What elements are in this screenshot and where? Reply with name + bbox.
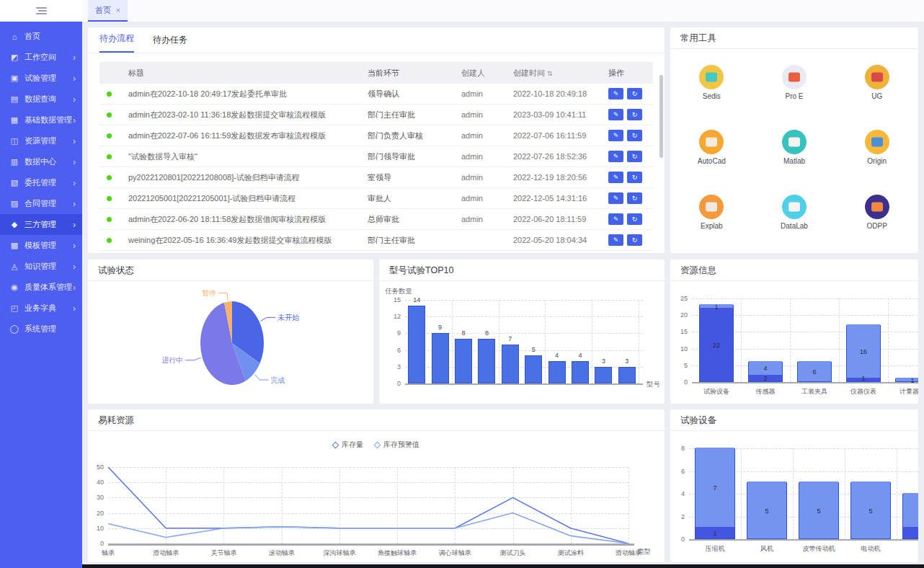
sidebar-item-business-dict[interactable]: ◰业务字典› xyxy=(0,298,82,319)
close-icon[interactable]: × xyxy=(116,6,120,14)
tool-item-ug[interactable]: UG xyxy=(835,65,918,130)
flow-button[interactable]: ↻ xyxy=(627,151,642,162)
edit-button[interactable]: ✎ xyxy=(608,172,623,183)
bar-value-label: 4 xyxy=(749,365,782,372)
table-row[interactable]: admin在2022-06-20 18:11:58发起数据借阅审核流程模版总师审… xyxy=(99,209,653,230)
sidebar-item-third-party-mgmt[interactable]: ◆三方管理› xyxy=(0,214,82,235)
sidebar-item-home[interactable]: ⌂首页 xyxy=(0,26,82,47)
flow-button[interactable]: ↻ xyxy=(627,109,642,120)
flow-button[interactable]: ↻ xyxy=(627,213,642,225)
todo-table: 标题当前环节创建人创建时间 ⇅操作 admin在2022-10-18 20:49… xyxy=(88,53,665,251)
edit-button[interactable]: ✎ xyxy=(608,234,623,246)
row-actions: ✎↻ xyxy=(608,234,653,246)
tool-item-autocad[interactable]: AutoCad xyxy=(670,130,753,195)
sidebar-item-knowledge-mgmt[interactable]: ◬知识管理› xyxy=(0,256,82,277)
edit-button[interactable]: ✎ xyxy=(608,130,623,141)
edit-button[interactable]: ✎ xyxy=(608,192,623,204)
row-creator: admin xyxy=(461,194,513,203)
template-mgmt-icon: ▩ xyxy=(9,241,19,250)
tool-item-sedis[interactable]: Sedis xyxy=(670,65,753,130)
table-scrollbar[interactable] xyxy=(659,75,663,158)
bar xyxy=(455,339,472,383)
y-tick-label: 40 xyxy=(88,479,104,486)
tab-home[interactable]: 首页 × xyxy=(88,0,128,22)
table-row[interactable]: weining在2022-05-16 16:36:49发起数据提交审核流程模版部… xyxy=(99,230,653,251)
resource-info-panel: 资源信息 0510152025122试验设备42传感器6工装夹具161仪器仪表1… xyxy=(670,259,918,404)
tool-item-odpp[interactable]: ODPP xyxy=(835,195,918,253)
table-row[interactable]: admin在2023-02-10 11:36:18发起数据提交审核流程模版部门主… xyxy=(99,105,653,125)
sidebar-item-quality-system[interactable]: ◉质量体系管理› xyxy=(0,277,82,298)
y-tick-label: 8 xyxy=(670,445,685,452)
sidebar-item-contract-mgmt[interactable]: ▨合同管理› xyxy=(0,193,82,214)
sidebar-item-test-mgmt[interactable]: ▣试验管理› xyxy=(0,68,82,89)
gridline xyxy=(897,448,897,539)
gridline xyxy=(282,467,283,543)
collapse-menu-icon[interactable] xyxy=(36,7,47,15)
resource-mgmt-icon: ◫ xyxy=(9,136,19,146)
gridline xyxy=(571,467,572,543)
row-title: admin在2022-07-06 16:11:59发起数据发布审核流程模版 xyxy=(118,130,368,141)
sidebar-item-data-center[interactable]: ▥数据中心› xyxy=(0,151,82,172)
edit-button[interactable]: ✎ xyxy=(608,88,623,99)
sidebar-item-resource-mgmt[interactable]: ◫资源管理› xyxy=(0,130,82,151)
tab-pending-processes[interactable]: 待办流程 xyxy=(99,32,134,53)
row-time: 2022-07-26 18:52:36 xyxy=(513,152,608,161)
tool-item-matlab[interactable]: Matlab xyxy=(753,130,836,195)
tool-item-pro-e[interactable]: Pro E xyxy=(753,65,836,130)
tool-item-origin[interactable]: Origin xyxy=(835,130,918,195)
edit-button[interactable]: ✎ xyxy=(608,213,623,225)
sidebar-item-data-query[interactable]: ▤数据查询› xyxy=(0,89,82,110)
sidebar-item-label: 知识管理 xyxy=(25,261,73,272)
matlab-icon xyxy=(782,130,807,154)
tool-item-explab[interactable]: Explab xyxy=(670,195,753,253)
row-title: "试验数据导入审核" xyxy=(118,151,368,162)
status-cell xyxy=(99,175,118,180)
sidebar-item-workspace[interactable]: ◩工作空间› xyxy=(0,47,82,68)
sidebar-item-template-mgmt[interactable]: ▩模板管理› xyxy=(0,235,82,256)
edit-button[interactable]: ✎ xyxy=(608,109,623,120)
y-tick-label: 20 xyxy=(670,311,688,319)
bar-value-label: 22 xyxy=(700,342,733,349)
sidebar-item-system-mgmt[interactable]: ◯系统管理 xyxy=(0,319,82,340)
y-tick-label: 50 xyxy=(88,463,104,471)
legend-item[interactable]: 库存量 xyxy=(333,440,363,450)
flow-button[interactable]: ↻ xyxy=(627,88,642,99)
stacked-bar: 5 xyxy=(747,482,787,539)
table-row[interactable]: 20221205001[20221205001]-试验归档申请流程审批人admi… xyxy=(99,188,653,209)
sidebar-item-base-data[interactable]: ▦基础数据管理› xyxy=(0,110,82,130)
gridline xyxy=(339,467,340,543)
stacked-bar: 161 xyxy=(846,325,881,382)
column-created-time[interactable]: 创建时间 ⇅ xyxy=(513,68,608,79)
table-row[interactable]: admin在2022-10-18 20:49:17发起委托单审批领导确认admi… xyxy=(99,84,653,105)
table-row[interactable]: "试验数据导入审核"部门领导审批admin2022-07-26 18:52:36… xyxy=(99,146,653,167)
legend-item[interactable]: 库存预警值 xyxy=(375,440,419,450)
stacked-bar: 42 xyxy=(748,362,783,382)
gridline xyxy=(108,497,628,498)
status-dot-icon xyxy=(107,238,112,243)
bar xyxy=(548,361,566,383)
x-tick-label: 仪器仪表 xyxy=(839,387,888,396)
flow-button[interactable]: ↻ xyxy=(627,130,642,141)
edit-button[interactable]: ✎ xyxy=(608,151,623,162)
flow-button[interactable]: ↻ xyxy=(627,172,642,183)
status-dot-icon xyxy=(107,112,112,117)
tab-pending-tasks[interactable]: 待办任务 xyxy=(153,34,187,53)
sidebar-item-delegation-mgmt[interactable]: ▧委托管理› xyxy=(0,172,82,193)
sort-icon[interactable]: ⇅ xyxy=(547,70,553,77)
flow-button[interactable]: ↻ xyxy=(627,234,642,246)
flow-button[interactable]: ↻ xyxy=(627,192,642,204)
bar xyxy=(502,345,519,383)
tool-item-datalab[interactable]: DataLab xyxy=(753,195,836,253)
table-row[interactable]: admin在2022-07-06 16:11:59发起数据发布审核流程模版部门负… xyxy=(99,125,653,146)
x-axis xyxy=(689,539,918,541)
test-devices-panel: 试验设备 0246871压缩机5风机5皮带传动机5电动机31泵 xyxy=(670,409,918,562)
chevron-right-icon: › xyxy=(73,53,76,63)
stacked-bar: 1 xyxy=(895,378,918,382)
bar xyxy=(595,367,612,383)
gridline xyxy=(741,448,742,539)
sidebar-item-label: 基础数据管理 xyxy=(25,115,73,125)
status-cell xyxy=(99,112,118,117)
table-row[interactable]: py2022120801[20221208008]-试验归档申请流程室领导adm… xyxy=(99,167,653,188)
test-status-panel: 试验状态 未开始完成进行中暂停 xyxy=(88,259,373,404)
todo-table-body: admin在2022-10-18 20:49:17发起委托单审批领导确认admi… xyxy=(99,84,653,251)
